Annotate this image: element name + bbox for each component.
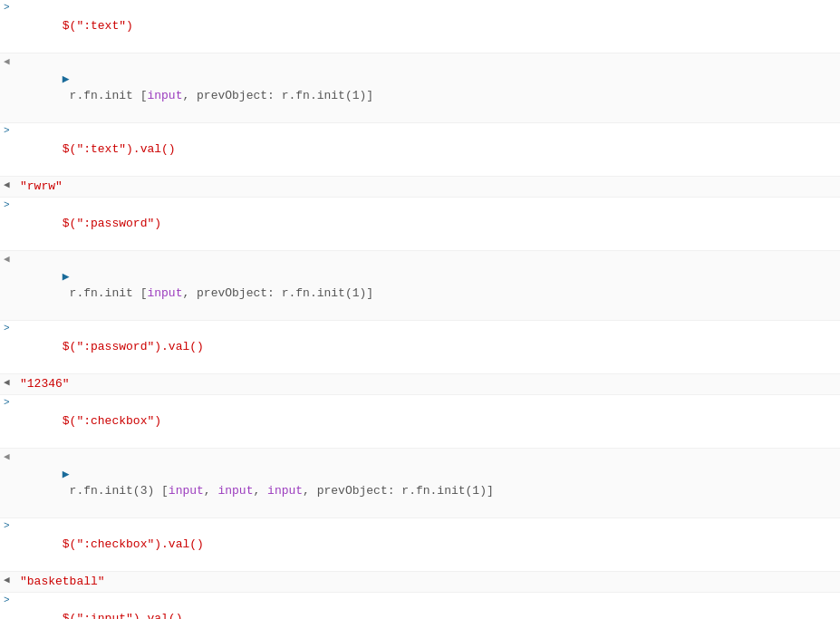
console-line: > $(":input").val() [0, 593, 840, 619]
code-text: $(":input").val() [63, 612, 183, 619]
expand-arrow[interactable]: ▶ [63, 73, 70, 86]
line-content: $(":text").val() [16, 124, 840, 175]
line-content: $(":password").val() [16, 322, 840, 372]
console-line: ◀ ▶ r.fn.init [input, prevObject: r.fn.i… [0, 251, 840, 321]
line-content: $(":password") [16, 198, 840, 249]
line-content: ▶ r.fn.init(3) [input, input, input, pre… [16, 450, 840, 517]
console-line: > $(":password").val() [0, 321, 840, 374]
expand-arrow[interactable]: ▶ [63, 270, 70, 284]
input-arrow: > [0, 519, 16, 531]
console-line: > $(":checkbox").val() [0, 518, 840, 572]
line-content: $(":text") [16, 1, 840, 52]
console-line: ◀ "basketball" [0, 572, 840, 593]
line-content: $(":input").val() [16, 594, 840, 619]
console-line: > $(":text").val() [0, 123, 840, 177]
code-text: $(":text").val() [63, 142, 176, 156]
console-line: > $(":password") [0, 198, 840, 251]
output-arrow: ◀ [0, 252, 16, 265]
code-text: $(":password").val() [63, 340, 204, 353]
code-text: $(":checkbox").val() [63, 537, 204, 551]
line-content: ▶ r.fn.init [input, prevObject: r.fn.ini… [16, 252, 840, 319]
console-line: ◀ "rwrw" [0, 177, 840, 198]
console-line: > $(":text") [0, 0, 840, 53]
input-arrow: > [0, 198, 16, 210]
code-text: r.fn.init [input, prevObject: r.fn.init(… [63, 89, 373, 102]
input-arrow: > [0, 124, 16, 136]
output-prefix: ◀ [0, 573, 16, 585]
console-line: ◀ ▶ r.fn.init(3) [input, input, input, p… [0, 449, 840, 518]
expand-arrow[interactable]: ▶ [63, 468, 70, 481]
output-prefix: ◀ [0, 375, 16, 388]
input-arrow: > [0, 594, 16, 605]
code-text: r.fn.init [input, prevObject: r.fn.init(… [63, 286, 373, 300]
output-prefix: ◀ [0, 178, 16, 190]
output-arrow: ◀ [0, 54, 16, 67]
line-content: $(":checkbox").val() [16, 519, 840, 570]
output-value: "rwrw" [16, 178, 840, 196]
output-value: "12346" [16, 375, 840, 393]
input-arrow: > [0, 322, 16, 334]
code-text: $(":password") [63, 217, 161, 230]
code-text: r.fn.init(3) [input, input, input, prevO… [63, 484, 494, 498]
output-arrow: ◀ [0, 450, 16, 462]
console-line: ◀ "12346" [0, 374, 840, 395]
console-line: ◀ ▶ r.fn.init [input, prevObject: r.fn.i… [0, 53, 840, 123]
line-content: ▶ r.fn.init [input, prevObject: r.fn.ini… [16, 54, 840, 121]
code-text: $(":text") [63, 19, 133, 33]
console-line: > $(":checkbox") [0, 395, 840, 449]
input-arrow: > [0, 1, 16, 13]
line-content: $(":checkbox") [16, 396, 840, 447]
output-value: "basketball" [16, 573, 840, 591]
code-text: $(":checkbox") [63, 414, 161, 428]
console-panel: > $(":text") ◀ ▶ r.fn.init [input, prevO… [0, 0, 840, 619]
input-arrow: > [0, 396, 16, 408]
